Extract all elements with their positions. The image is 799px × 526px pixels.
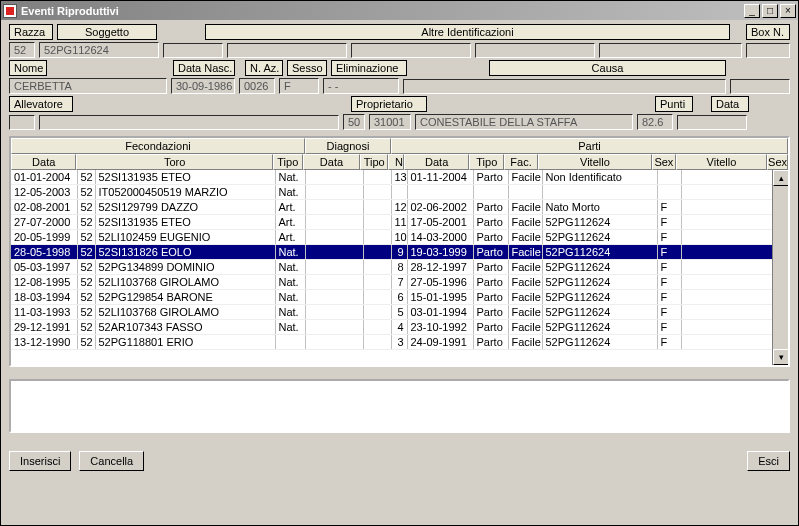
cell[interactable]: 52 xyxy=(77,290,95,305)
cell[interactable]: 05-03-1997 xyxy=(11,260,77,275)
hdr-p-n[interactable]: N xyxy=(388,154,404,170)
cell[interactable]: 11 xyxy=(391,215,407,230)
cell[interactable]: 52PG129854 BARONE xyxy=(95,290,275,305)
cell[interactable] xyxy=(305,335,363,350)
cell[interactable] xyxy=(363,215,391,230)
grid-body[interactable]: 01-01-20045252SI131935 ETEONat.1301-11-2… xyxy=(11,170,788,350)
table-row[interactable]: 18-03-19945252PG129854 BARONENat.615-01-… xyxy=(11,290,788,305)
cell[interactable]: 20-05-1999 xyxy=(11,230,77,245)
cell[interactable]: Facile xyxy=(508,275,542,290)
cell[interactable] xyxy=(363,170,391,185)
value-prop-name[interactable]: CONESTABILE DELLA STAFFA xyxy=(415,114,633,130)
cell[interactable]: 15-01-1995 xyxy=(407,290,473,305)
cell[interactable]: Art. xyxy=(275,200,305,215)
cell[interactable]: Parto xyxy=(473,305,508,320)
hdr-d-tipo[interactable]: Tipo xyxy=(360,154,388,170)
cell[interactable]: Parto xyxy=(473,335,508,350)
cell[interactable]: 52 xyxy=(77,305,95,320)
cell[interactable]: Facile xyxy=(508,290,542,305)
cell[interactable] xyxy=(681,260,773,275)
cell[interactable] xyxy=(681,290,773,305)
table-row[interactable]: 13-12-19905252PG118801 ERIO324-09-1991Pa… xyxy=(11,335,788,350)
value-razza[interactable]: 52 xyxy=(9,42,35,58)
cell[interactable]: 5 xyxy=(391,305,407,320)
cell[interactable]: Parto xyxy=(473,245,508,260)
value-nome[interactable]: CERBETTA xyxy=(9,78,167,94)
cell[interactable] xyxy=(305,230,363,245)
cell[interactable] xyxy=(681,245,773,260)
cell[interactable] xyxy=(681,320,773,335)
cell[interactable]: 52PG118801 ERIO xyxy=(95,335,275,350)
cell[interactable] xyxy=(363,185,391,200)
cell[interactable] xyxy=(681,335,773,350)
cell[interactable] xyxy=(363,230,391,245)
cell[interactable]: 17-05-2001 xyxy=(407,215,473,230)
table-row[interactable]: 02-08-20015252SI129799 DAZZOArt.1202-06-… xyxy=(11,200,788,215)
cell[interactable]: Non Identificato xyxy=(542,170,657,185)
cell[interactable] xyxy=(681,305,773,320)
cell[interactable]: F xyxy=(657,230,681,245)
cell[interactable]: 13 xyxy=(391,170,407,185)
scroll-down-icon[interactable]: ▾ xyxy=(773,349,788,365)
value-altid-1[interactable] xyxy=(163,43,223,58)
value-causa-2[interactable] xyxy=(730,79,790,94)
cell[interactable] xyxy=(657,185,681,200)
value-allev-code[interactable] xyxy=(9,115,35,130)
cell[interactable] xyxy=(681,185,773,200)
cell[interactable]: 27-05-1996 xyxy=(407,275,473,290)
cell[interactable]: 12 xyxy=(391,200,407,215)
hdr-p-sex[interactable]: Sex xyxy=(652,154,676,170)
cell[interactable] xyxy=(305,275,363,290)
table-row[interactable]: 29-12-19915252AR107343 FASSONat.423-10-1… xyxy=(11,320,788,335)
cell[interactable]: 11-03-1993 xyxy=(11,305,77,320)
cell[interactable] xyxy=(363,245,391,260)
cell[interactable]: Facile xyxy=(508,215,542,230)
cell[interactable] xyxy=(363,290,391,305)
value-altid-2[interactable] xyxy=(227,43,347,58)
hdr-p-fac[interactable]: Fac. xyxy=(504,154,538,170)
cell[interactable]: Parto xyxy=(473,230,508,245)
cell[interactable]: 28-12-1997 xyxy=(407,260,473,275)
hdr-f-data[interactable]: Data xyxy=(11,154,76,170)
cell[interactable]: IT052000450519 MARZIO xyxy=(95,185,275,200)
hdr-p-sex2[interactable]: Sex xyxy=(767,154,788,170)
cell[interactable]: 9 xyxy=(391,245,407,260)
notes-textarea[interactable] xyxy=(9,379,790,433)
cell[interactable]: 52PG112624 xyxy=(542,320,657,335)
cell[interactable]: 52LI102459 EUGENIO xyxy=(95,230,275,245)
cell[interactable]: Facile xyxy=(508,305,542,320)
cell[interactable]: 52 xyxy=(77,275,95,290)
cell[interactable]: Parto xyxy=(473,215,508,230)
cell[interactable]: Nat. xyxy=(275,245,305,260)
cell[interactable]: 02-06-2002 xyxy=(407,200,473,215)
cell[interactable]: Parto xyxy=(473,200,508,215)
cell[interactable]: 03-01-1994 xyxy=(407,305,473,320)
maximize-button[interactable]: □ xyxy=(762,4,778,18)
cell[interactable]: F xyxy=(657,305,681,320)
titlebar[interactable]: Eventi Riproduttivi _ □ × xyxy=(1,1,798,20)
cell[interactable]: Facile xyxy=(508,170,542,185)
table-row[interactable]: 27-07-20005252SI131935 ETEOArt.1117-05-2… xyxy=(11,215,788,230)
hdr-p-vit[interactable]: Vitello xyxy=(538,154,652,170)
cell[interactable] xyxy=(508,185,542,200)
cell[interactable]: F xyxy=(657,215,681,230)
value-sesso[interactable]: F xyxy=(279,78,319,94)
table-row[interactable]: 01-01-20045252SI131935 ETEONat.1301-11-2… xyxy=(11,170,788,185)
value-causa[interactable] xyxy=(403,79,726,94)
cell[interactable]: 27-07-2000 xyxy=(11,215,77,230)
close-button[interactable]: × xyxy=(780,4,796,18)
cell[interactable]: 01-01-2004 xyxy=(11,170,77,185)
cell[interactable]: Facile xyxy=(508,260,542,275)
cell[interactable]: Facile xyxy=(508,335,542,350)
cell[interactable]: 02-08-2001 xyxy=(11,200,77,215)
cell[interactable]: 52SI131826 EOLO xyxy=(95,245,275,260)
cell[interactable]: 24-09-1991 xyxy=(407,335,473,350)
cell[interactable]: 3 xyxy=(391,335,407,350)
value-eliminazione[interactable]: - - xyxy=(323,78,399,94)
cell[interactable]: 52LI103768 GIROLAMO xyxy=(95,305,275,320)
table-row[interactable]: 11-03-19935252LI103768 GIROLAMONat.503-0… xyxy=(11,305,788,320)
cell[interactable]: Nato Morto xyxy=(542,200,657,215)
cell[interactable]: 52PG112624 xyxy=(542,230,657,245)
hdr-d-data[interactable]: Data xyxy=(303,154,361,170)
cell[interactable]: 52SI131935 ETEO xyxy=(95,215,275,230)
